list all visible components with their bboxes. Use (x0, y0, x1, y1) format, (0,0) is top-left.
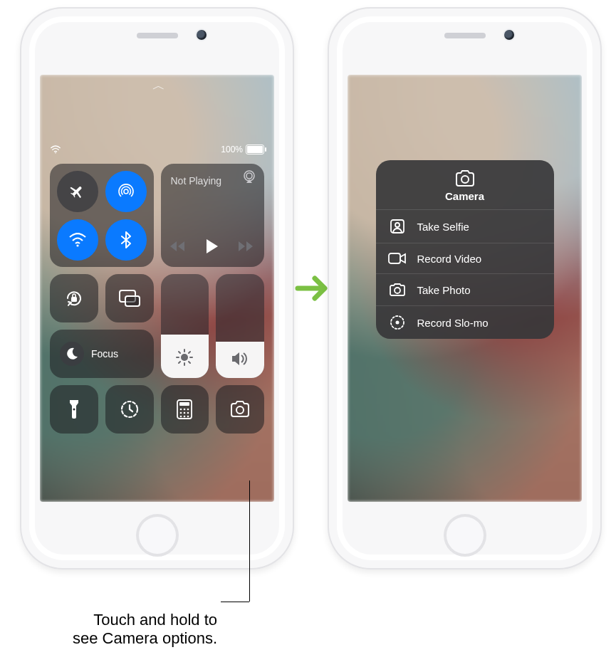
front-camera-hw (197, 30, 207, 40)
svg-point-14 (184, 409, 186, 411)
svg-point-18 (187, 412, 189, 414)
svg-point-4 (246, 173, 252, 179)
flashlight-button[interactable] (50, 385, 98, 434)
svg-rect-12 (179, 402, 189, 406)
wifi-toggle[interactable] (57, 219, 98, 261)
calculator-button[interactable] (161, 385, 209, 434)
volume-slider[interactable] (216, 274, 264, 378)
callout-leader (221, 602, 249, 602)
rewind-icon (170, 241, 186, 252)
svg-point-9 (73, 409, 75, 411)
focus-label: Focus (91, 348, 118, 359)
calculator-icon (177, 399, 192, 419)
forward-button[interactable] (239, 241, 254, 252)
photo-icon (389, 283, 406, 297)
svg-point-22 (236, 406, 244, 414)
wifi-icon (68, 233, 87, 247)
brightness-slider[interactable] (161, 274, 209, 378)
speaker-grille (137, 33, 178, 38)
video-icon (388, 252, 407, 265)
camera-popup-title: Camera (445, 190, 484, 202)
battery-status: 100% (221, 145, 264, 154)
action-label: Record Video (417, 253, 482, 265)
flashlight-icon (68, 399, 80, 420)
svg-point-20 (184, 416, 186, 418)
svg-point-15 (187, 409, 189, 411)
rewind-button[interactable] (170, 241, 186, 252)
svg-rect-5 (71, 297, 77, 302)
wifi-status-icon (50, 145, 61, 154)
airplane-icon (69, 183, 86, 200)
bluetooth-icon (121, 231, 131, 248)
control-center-grid: Not Playing (50, 164, 264, 492)
forward-icon (239, 241, 254, 252)
volume-icon (231, 351, 249, 367)
bluetooth-toggle[interactable] (105, 219, 147, 261)
action-record-video[interactable]: Record Video (376, 243, 554, 273)
action-take-selfie[interactable]: Take Selfie (376, 209, 554, 243)
svg-point-13 (180, 409, 182, 411)
camera-icon (229, 401, 251, 418)
status-bar: 100% (50, 142, 264, 157)
play-icon (205, 238, 219, 254)
screen-right: Camera Take Selfie (348, 75, 582, 502)
battery-percent: 100% (221, 145, 243, 154)
svg-point-21 (187, 416, 189, 418)
svg-point-29 (395, 321, 399, 325)
airplane-mode-toggle[interactable] (57, 171, 98, 212)
screen-mirroring-icon (118, 289, 141, 308)
action-label: Take Selfie (417, 221, 469, 233)
airdrop-toggle[interactable] (105, 171, 147, 212)
media-card[interactable]: Not Playing (161, 164, 265, 267)
svg-rect-26 (389, 253, 400, 263)
svg-point-0 (55, 152, 56, 154)
control-center: ︿ 100% (40, 75, 274, 502)
svg-point-2 (76, 244, 78, 246)
action-label: Record Slo-mo (417, 317, 489, 329)
svg-point-27 (395, 288, 400, 293)
timer-button[interactable] (105, 385, 154, 434)
callout-text: Touch and hold to see Camera options. (39, 611, 217, 649)
home-button[interactable] (136, 514, 179, 557)
slomo-icon (390, 315, 405, 330)
svg-rect-7 (125, 296, 140, 306)
timer-icon (120, 399, 140, 419)
chevron-up-icon[interactable]: ︿ (152, 77, 162, 94)
screen-mirroring-toggle[interactable] (105, 274, 154, 322)
front-camera-hw (504, 30, 514, 40)
connectivity-card[interactable] (50, 164, 154, 267)
speaker-grille (444, 33, 486, 38)
play-button[interactable] (205, 238, 219, 254)
selfie-icon (390, 219, 405, 234)
svg-point-3 (244, 171, 254, 181)
rotation-lock-icon (63, 288, 85, 309)
svg-point-23 (461, 176, 469, 183)
camera-quick-actions: Camera Take Selfie (376, 160, 554, 339)
airplay-icon[interactable] (241, 169, 257, 184)
callout-leader (249, 481, 250, 602)
diagram-stage: ︿ 100% (0, 0, 616, 672)
svg-point-1 (124, 189, 128, 194)
brightness-icon (175, 348, 194, 367)
action-record-slomo[interactable]: Record Slo-mo (376, 305, 554, 339)
arrow-right-icon (295, 271, 330, 306)
svg-point-17 (184, 412, 186, 414)
action-take-photo[interactable]: Take Photo (376, 273, 554, 305)
camera-icon (454, 170, 476, 187)
moon-icon (66, 347, 78, 360)
svg-point-19 (180, 416, 182, 418)
focus-toggle[interactable]: Focus (50, 330, 154, 378)
ipod-right: Camera Take Selfie (328, 7, 602, 569)
ipod-left: ︿ 100% (20, 7, 294, 569)
airdrop-icon (117, 182, 135, 201)
action-label: Take Photo (417, 284, 471, 296)
rotation-lock-toggle[interactable] (50, 274, 98, 322)
svg-point-25 (395, 223, 400, 227)
callout-line1: Touch and hold to (93, 611, 217, 629)
callout-line2: see Camera options. (73, 629, 217, 647)
screen-left: ︿ 100% (40, 75, 274, 502)
home-button[interactable] (444, 514, 486, 557)
svg-point-8 (181, 354, 188, 361)
camera-button[interactable] (216, 385, 264, 434)
camera-popup-header: Camera (376, 160, 554, 209)
